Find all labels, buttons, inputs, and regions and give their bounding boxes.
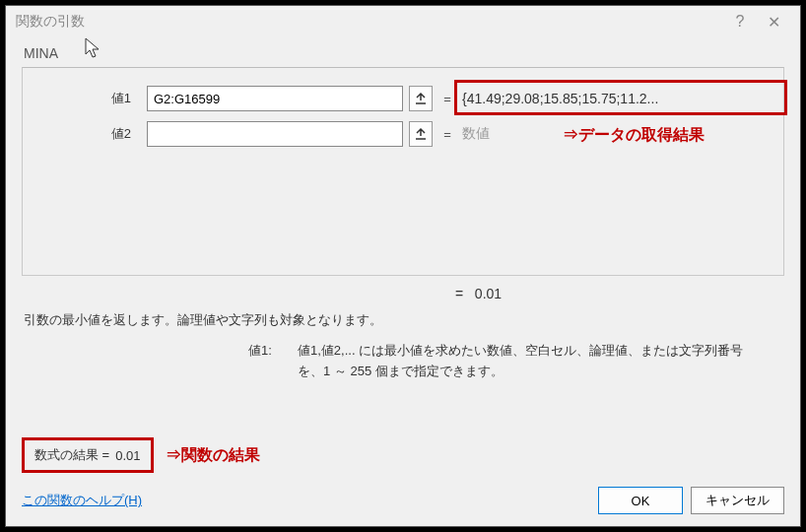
content-area: MINA 値1 = {41.49;29.08;15.85;15.75;11.2.… [6,37,800,433]
close-icon[interactable]: ✕ [757,9,790,34]
bottom-area: 数式の結果 = 0.01 ⇒関数の結果 この関数のヘルプ(H) OK キャンセル [22,437,784,514]
formula-result-box: 数式の結果 = 0.01 [22,437,154,473]
argument-description: 値1: 値1,値2,... には最小値を求めたい数値、空白セル、論理値、または文… [248,341,784,382]
arg1-input[interactable] [147,86,403,111]
function-arguments-dialog: 関数の引数 ? ✕ MINA 値1 = {41.49;29.08;15.85;1… [5,5,801,527]
arg-desc-label: 値1: [248,341,298,382]
formula-result-value: 0.01 [115,448,140,463]
help-icon[interactable]: ? [723,9,757,34]
arg1-label: 値1 [33,90,141,107]
collapse-icon [414,127,428,141]
formula-result-label: 数式の結果 = [34,446,109,464]
eq-sign: = [438,92,456,106]
eq-sign: = [438,127,456,142]
mid-val: 0.01 [475,286,502,301]
arg-row-1: 値1 = {41.49;29.08;15.85;15.75;11.2... [33,86,773,111]
formula-result-row: 数式の結果 = 0.01 ⇒関数の結果 [22,437,784,473]
arg2-label: 値2 [33,125,141,143]
input-panel: 値1 = {41.49;29.08;15.85;15.75;11.2... 値2… [22,67,784,276]
titlebar: 関数の引数 ? ✕ [6,6,800,37]
dialog-title: 関数の引数 [16,13,723,31]
collapse-icon [414,92,428,105]
arg1-preview: {41.49;29.08;15.85;15.75;11.2... [462,91,773,106]
arg1-ref-button[interactable] [409,86,433,111]
arg2-input[interactable] [147,121,403,147]
function-description: 引数の最小値を返します。論理値や文字列も対象となります。 [24,311,784,329]
arg-desc-text: 値1,値2,... には最小値を求めたい数値、空白セル、論理値、または文字列番号… [298,341,784,382]
annotation-text-result: ⇒関数の結果 [166,445,260,466]
help-link[interactable]: この関数のヘルプ(H) [22,492,590,509]
arg2-ref-button[interactable] [409,121,433,147]
cancel-button[interactable]: キャンセル [691,487,784,514]
annotation-text-preview: ⇒データの取得結果 [563,125,705,146]
footer-row: この関数のヘルプ(H) OK キャンセル [22,487,784,514]
function-name: MINA [24,45,784,61]
mid-eq: = [455,286,463,301]
intermediate-result: = 0.01 [22,286,784,301]
ok-button[interactable]: OK [598,487,683,514]
